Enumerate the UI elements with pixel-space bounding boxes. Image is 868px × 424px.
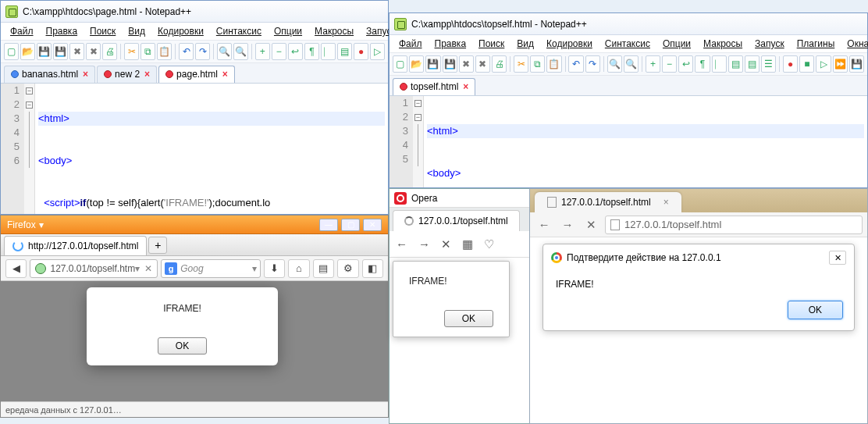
menu-syntax[interactable]: Синтаксис	[212, 24, 266, 38]
close-all-icon[interactable]: ✖	[475, 55, 490, 73]
doc-map-icon[interactable]: ▤	[745, 55, 760, 73]
stop-button[interactable]: ✕	[582, 216, 600, 234]
save-all-icon[interactable]: 💾	[443, 55, 457, 73]
close-button[interactable]: ✕	[363, 219, 382, 231]
folder-icon[interactable]: ▤	[728, 55, 743, 73]
undo-icon[interactable]: ↶	[568, 55, 583, 73]
file-tab-new2[interactable]: new 2×	[97, 66, 157, 83]
menu-view[interactable]: Вид	[512, 37, 539, 51]
menu-options[interactable]: Опции	[269, 24, 307, 38]
fold-icon[interactable]: −	[26, 102, 33, 109]
stop-macro-icon[interactable]: ■	[799, 55, 814, 73]
wrap-icon[interactable]: ↩	[288, 43, 303, 60]
indent-guide-icon[interactable]: ⎸	[712, 55, 727, 73]
fold-icon[interactable]: −	[26, 87, 33, 94]
file-tab-bananas[interactable]: bananas.html×	[4, 66, 95, 83]
show-all-icon[interactable]: ¶	[695, 55, 710, 73]
menu-macros[interactable]: Макросы	[310, 24, 358, 38]
browser-tab[interactable]: 127.0.0.1/topself.html	[393, 210, 520, 231]
find-icon[interactable]: 🔍	[217, 43, 232, 60]
print-icon[interactable]: 🖨	[492, 55, 507, 73]
downloads-button[interactable]: ⬇	[264, 259, 285, 278]
replace-icon[interactable]: 🔍	[624, 55, 639, 73]
menu-file[interactable]: Файл	[5, 24, 38, 38]
wrap-icon[interactable]: ↩	[678, 55, 693, 73]
new-file-icon[interactable]: ▢	[4, 43, 19, 60]
maximize-button[interactable]: ▢	[341, 219, 360, 231]
fold-column[interactable]: − −	[413, 96, 424, 187]
show-all-icon[interactable]: ¶	[304, 43, 319, 60]
address-bar[interactable]: 127.0.01/topself.htm ▾ ✕	[30, 259, 158, 278]
firefox-titlebar[interactable]: Firefox ▾ — ▢ ✕	[1, 216, 388, 234]
copy-icon[interactable]: ⧉	[530, 55, 545, 73]
home-button[interactable]: ⌂	[288, 259, 309, 278]
address-bar[interactable]: 127.0.0.1/topself.html	[605, 216, 863, 234]
indent-guide-icon[interactable]: ⎸	[321, 43, 336, 60]
zoom-out-icon[interactable]: −	[662, 55, 677, 73]
dropdown-icon[interactable]: ▾	[39, 219, 44, 230]
menu-search[interactable]: Поиск	[85, 24, 120, 38]
fold-icon[interactable]: −	[414, 100, 422, 107]
code-area[interactable]: <html> <body> <iframe width='300' height…	[424, 96, 867, 187]
menu-encoding[interactable]: Кодировки	[542, 37, 597, 51]
stop-icon[interactable]: ✕	[144, 263, 152, 274]
back-button[interactable]: ←	[396, 237, 407, 251]
browser-tab[interactable]: 127.0.0.1/topself.html ×	[535, 192, 681, 212]
dropdown-icon[interactable]: ▾	[135, 263, 140, 274]
file-tab-topself[interactable]: topself.html×	[393, 78, 475, 95]
new-file-icon[interactable]: ▢	[393, 55, 407, 73]
close-tab-icon[interactable]: ×	[463, 81, 468, 92]
copy-icon[interactable]: ⧉	[141, 43, 155, 60]
bookmarks-button[interactable]: ▤	[313, 259, 334, 278]
alert-ok-button[interactable]: OK	[788, 301, 843, 319]
func-list-icon[interactable]: ☰	[761, 55, 776, 73]
fold-column[interactable]: − −	[24, 84, 35, 214]
menu-encoding[interactable]: Кодировки	[153, 24, 208, 38]
addon-button[interactable]: ⚙	[337, 259, 358, 278]
record-macro-icon[interactable]: ●	[783, 55, 798, 73]
fold-icon[interactable]: −	[414, 114, 422, 121]
menu-file[interactable]: Файл	[394, 37, 427, 51]
close-alert-button[interactable]: ✕	[829, 251, 846, 265]
code-editor[interactable]: 12345 − − <html> <body> <iframe width='3…	[390, 96, 867, 187]
menu-run[interactable]: Запуск	[750, 37, 789, 51]
window-titlebar[interactable]: C:\xampp\htdocs\page.html - Notepad++	[1, 1, 388, 23]
addon2-button[interactable]: ◧	[362, 259, 383, 278]
menu-macros[interactable]: Макросы	[699, 37, 747, 51]
menu-view[interactable]: Вид	[123, 24, 150, 38]
record-macro-icon[interactable]: ●	[354, 43, 368, 60]
open-file-icon[interactable]: 📂	[409, 55, 424, 73]
play-macro-icon[interactable]: ▷	[370, 43, 385, 60]
redo-icon[interactable]: ↷	[585, 55, 600, 73]
alert-ok-button[interactable]: OK	[158, 337, 207, 355]
browser-tab[interactable]: http://127.0.01/topself.html	[4, 236, 147, 255]
close-tab-icon[interactable]: ×	[144, 69, 150, 80]
zoom-out-icon[interactable]: −	[272, 43, 286, 60]
stash-button[interactable]: ♡	[484, 237, 494, 251]
new-tab-button[interactable]: +	[148, 237, 167, 254]
cut-icon[interactable]: ✂	[124, 43, 139, 60]
file-tab-page[interactable]: page.html×	[158, 66, 235, 83]
open-file-icon[interactable]: 📂	[20, 43, 35, 60]
save-all-icon[interactable]: 💾	[53, 43, 68, 60]
paste-icon[interactable]: 📋	[546, 55, 561, 73]
minimize-button[interactable]: —	[319, 219, 338, 231]
close-all-icon[interactable]: ✖	[86, 43, 101, 60]
menu-options[interactable]: Опции	[658, 37, 695, 51]
close-tab-icon[interactable]: ×	[222, 69, 228, 80]
forward-button[interactable]: →	[418, 237, 430, 251]
replace-icon[interactable]: 🔍	[233, 43, 248, 60]
redo-icon[interactable]: ↷	[195, 43, 210, 60]
print-icon[interactable]: 🖨	[102, 43, 117, 60]
menu-edit[interactable]: Правка	[41, 24, 83, 38]
menu-search[interactable]: Поиск	[474, 37, 509, 51]
zoom-in-icon[interactable]: +	[255, 43, 270, 60]
cut-icon[interactable]: ✂	[514, 55, 528, 73]
save-macro-icon[interactable]: 💾	[849, 55, 864, 73]
save-icon[interactable]: 💾	[425, 55, 440, 73]
close-icon[interactable]: ✖	[459, 55, 474, 73]
speed-dial-button[interactable]: ▦	[462, 237, 473, 251]
back-button[interactable]: ◀	[5, 259, 27, 278]
folder-icon[interactable]: ▤	[337, 43, 352, 60]
close-icon[interactable]: ✖	[69, 43, 84, 60]
